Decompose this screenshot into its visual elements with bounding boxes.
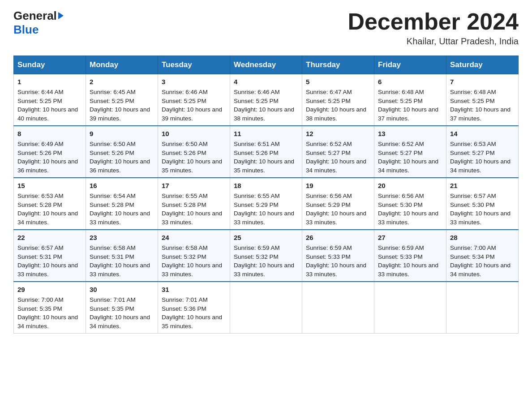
day-number: 14 — [450, 129, 515, 139]
table-row: 14 Sunrise: 6:53 AM Sunset: 5:27 PM Dayl… — [446, 126, 519, 178]
sunrise-text: Sunrise: 6:56 AM — [378, 193, 424, 199]
table-row: 19 Sunrise: 6:56 AM Sunset: 5:29 PM Dayl… — [302, 178, 374, 230]
sunrise-text: Sunrise: 7:00 AM — [17, 296, 64, 303]
sunrise-text: Sunrise: 6:55 AM — [234, 193, 280, 199]
day-number: 20 — [378, 181, 442, 191]
sunset-text: Sunset: 5:28 PM — [162, 201, 206, 208]
daylight-text: Daylight: 10 hours and 34 minutes. — [450, 158, 511, 174]
day-number: 31 — [162, 285, 226, 295]
sunset-text: Sunset: 5:28 PM — [90, 201, 134, 208]
day-number: 22 — [17, 233, 82, 243]
calendar-week-5: 29 Sunrise: 7:00 AM Sunset: 5:35 PM Dayl… — [14, 282, 519, 334]
table-row: 9 Sunrise: 6:50 AM Sunset: 5:26 PM Dayli… — [86, 126, 158, 178]
sunset-text: Sunset: 5:25 PM — [234, 98, 279, 104]
sunset-text: Sunset: 5:30 PM — [378, 201, 423, 208]
header-tuesday: Tuesday — [158, 56, 230, 74]
day-number: 8 — [17, 129, 82, 139]
month-title: December 2024 — [348, 9, 519, 34]
table-row: 10 Sunrise: 6:50 AM Sunset: 5:26 PM Dayl… — [158, 126, 230, 178]
sunrise-text: Sunrise: 7:01 AM — [90, 296, 136, 303]
calendar-week-3: 15 Sunrise: 6:53 AM Sunset: 5:28 PM Dayl… — [14, 178, 519, 230]
sunset-text: Sunset: 5:26 PM — [234, 150, 279, 156]
header-thursday: Thursday — [302, 56, 374, 74]
daylight-text: Daylight: 10 hours and 37 minutes. — [378, 106, 438, 122]
sunrise-text: Sunrise: 6:46 AM — [162, 89, 208, 95]
sunrise-text: Sunrise: 6:47 AM — [306, 89, 352, 95]
sunset-text: Sunset: 5:29 PM — [306, 201, 351, 208]
table-row — [374, 282, 446, 334]
day-number: 27 — [378, 233, 442, 243]
table-row: 8 Sunrise: 6:49 AM Sunset: 5:26 PM Dayli… — [14, 126, 86, 178]
sunrise-text: Sunrise: 6:48 AM — [378, 89, 424, 95]
daylight-text: Daylight: 10 hours and 33 minutes. — [90, 262, 150, 278]
logo-blue-text: Blue — [13, 23, 39, 37]
table-row — [446, 282, 519, 334]
sunset-text: Sunset: 5:32 PM — [162, 253, 206, 260]
sunset-text: Sunset: 5:26 PM — [17, 150, 62, 156]
daylight-text: Daylight: 10 hours and 33 minutes. — [306, 210, 366, 226]
sunrise-text: Sunrise: 7:00 AM — [450, 244, 496, 251]
sunrise-text: Sunrise: 6:50 AM — [90, 141, 136, 147]
daylight-text: Daylight: 10 hours and 36 minutes. — [90, 158, 150, 174]
title-section: December 2024 Khailar, Uttar Pradesh, In… — [348, 9, 519, 47]
day-number: 19 — [306, 181, 370, 191]
daylight-text: Daylight: 10 hours and 35 minutes. — [234, 158, 294, 174]
table-row: 20 Sunrise: 6:56 AM Sunset: 5:30 PM Dayl… — [374, 178, 446, 230]
daylight-text: Daylight: 10 hours and 34 minutes. — [17, 210, 78, 226]
table-row: 16 Sunrise: 6:54 AM Sunset: 5:28 PM Dayl… — [86, 178, 158, 230]
sunrise-text: Sunrise: 6:53 AM — [17, 193, 64, 199]
sunrise-text: Sunrise: 6:54 AM — [90, 193, 136, 199]
day-number: 17 — [162, 181, 226, 191]
logo-line1: General — [13, 9, 64, 23]
day-number: 16 — [90, 181, 154, 191]
table-row: 2 Sunrise: 6:45 AM Sunset: 5:25 PM Dayli… — [86, 74, 158, 126]
day-number: 26 — [306, 233, 370, 243]
table-row: 11 Sunrise: 6:51 AM Sunset: 5:26 PM Dayl… — [230, 126, 302, 178]
sunset-text: Sunset: 5:27 PM — [378, 150, 423, 156]
daylight-text: Daylight: 10 hours and 33 minutes. — [162, 210, 222, 226]
day-number: 18 — [234, 181, 298, 191]
daylight-text: Daylight: 10 hours and 33 minutes. — [378, 210, 438, 226]
sunrise-text: Sunrise: 6:52 AM — [306, 141, 352, 147]
table-row: 24 Sunrise: 6:58 AM Sunset: 5:32 PM Dayl… — [158, 230, 230, 282]
calendar-week-2: 8 Sunrise: 6:49 AM Sunset: 5:26 PM Dayli… — [14, 126, 519, 178]
calendar-header-row: Sunday Monday Tuesday Wednesday Thursday… — [14, 56, 519, 74]
sunrise-text: Sunrise: 7:01 AM — [162, 296, 208, 303]
calendar-table: Sunday Monday Tuesday Wednesday Thursday… — [13, 56, 519, 334]
table-row: 29 Sunrise: 7:00 AM Sunset: 5:35 PM Dayl… — [14, 282, 86, 334]
sunrise-text: Sunrise: 6:57 AM — [450, 193, 496, 199]
sunrise-text: Sunrise: 6:55 AM — [162, 193, 208, 199]
table-row: 15 Sunrise: 6:53 AM Sunset: 5:28 PM Dayl… — [14, 178, 86, 230]
sunrise-text: Sunrise: 6:50 AM — [162, 141, 208, 147]
table-row: 13 Sunrise: 6:52 AM Sunset: 5:27 PM Dayl… — [374, 126, 446, 178]
sunrise-text: Sunrise: 6:51 AM — [234, 141, 280, 147]
logo: General Blue — [13, 9, 64, 37]
day-number: 6 — [378, 77, 442, 87]
sunrise-text: Sunrise: 6:59 AM — [234, 244, 280, 251]
sunset-text: Sunset: 5:35 PM — [90, 305, 134, 312]
table-row: 25 Sunrise: 6:59 AM Sunset: 5:32 PM Dayl… — [230, 230, 302, 282]
table-row: 27 Sunrise: 6:59 AM Sunset: 5:33 PM Dayl… — [374, 230, 446, 282]
sunset-text: Sunset: 5:25 PM — [306, 98, 351, 104]
sunrise-text: Sunrise: 6:44 AM — [17, 89, 64, 95]
day-number: 9 — [90, 129, 154, 139]
sunset-text: Sunset: 5:36 PM — [162, 305, 206, 312]
table-row: 12 Sunrise: 6:52 AM Sunset: 5:27 PM Dayl… — [302, 126, 374, 178]
table-row: 6 Sunrise: 6:48 AM Sunset: 5:25 PM Dayli… — [374, 74, 446, 126]
sunrise-text: Sunrise: 6:52 AM — [378, 141, 424, 147]
day-number: 5 — [306, 77, 370, 87]
daylight-text: Daylight: 10 hours and 34 minutes. — [450, 262, 511, 278]
daylight-text: Daylight: 10 hours and 33 minutes. — [17, 262, 78, 278]
table-row: 5 Sunrise: 6:47 AM Sunset: 5:25 PM Dayli… — [302, 74, 374, 126]
daylight-text: Daylight: 10 hours and 39 minutes. — [162, 106, 222, 122]
day-number: 30 — [90, 285, 154, 295]
day-number: 7 — [450, 77, 515, 87]
sunrise-text: Sunrise: 6:45 AM — [90, 89, 136, 95]
daylight-text: Daylight: 10 hours and 35 minutes. — [162, 158, 222, 174]
sunset-text: Sunset: 5:29 PM — [234, 201, 279, 208]
day-number: 13 — [378, 129, 442, 139]
sunrise-text: Sunrise: 6:57 AM — [17, 244, 64, 251]
daylight-text: Daylight: 10 hours and 37 minutes. — [450, 106, 511, 122]
daylight-text: Daylight: 10 hours and 34 minutes. — [17, 314, 78, 330]
sunset-text: Sunset: 5:25 PM — [450, 98, 495, 104]
